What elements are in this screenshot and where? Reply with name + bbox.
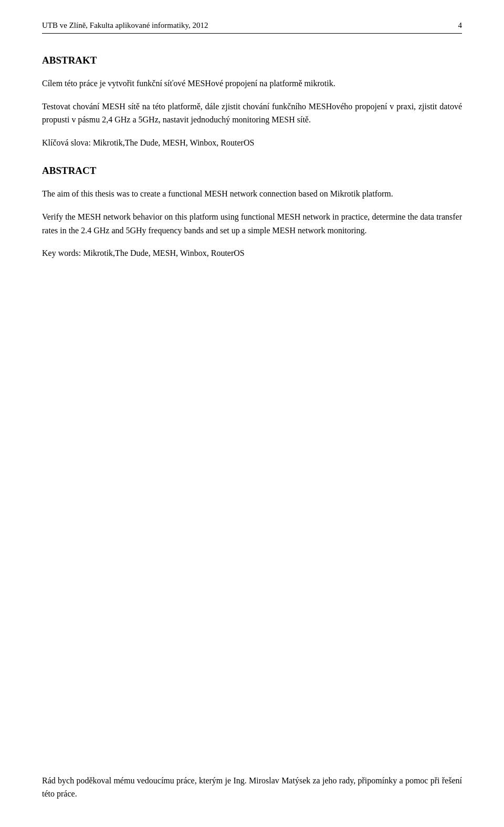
abstrakt-paragraph2: Testovat chování MESH sítě na této platf… bbox=[42, 100, 462, 127]
abstrakt-section: ABSTRAKT Cílem této práce je vytvořit fu… bbox=[42, 55, 462, 149]
footer-text: Rád bych poděkoval mému vedoucímu práce,… bbox=[42, 774, 462, 801]
page-header: UTB ve Zlíně, Fakulta aplikované informa… bbox=[42, 21, 462, 34]
abstrakt-heading: ABSTRAKT bbox=[42, 55, 462, 66]
abstract-paragraph2: Verify the MESH network behavior on this… bbox=[42, 210, 462, 237]
abstrakt-paragraph1: Cílem této práce je vytvořit funkční síť… bbox=[42, 77, 462, 90]
abstrakt-keywords: Klíčová slova: Mikrotik,The Dude, MESH, … bbox=[42, 136, 462, 150]
header-page-number: 4 bbox=[458, 21, 463, 30]
abstract-keywords-label: Key words: bbox=[42, 249, 83, 257]
abstract-heading: ABSTRACT bbox=[42, 165, 462, 177]
header-title: UTB ve Zlíně, Fakulta aplikované informa… bbox=[42, 21, 208, 30]
abstract-paragraph1: The aim of this thesis was to create a f… bbox=[42, 187, 462, 201]
abstract-section: ABSTRACT The aim of this thesis was to c… bbox=[42, 165, 462, 260]
footer-acknowledgement: Rád bych poděkoval mému vedoucímu práce,… bbox=[42, 774, 462, 801]
abstrakt-keywords-label: Klíčová slova: bbox=[42, 138, 93, 147]
abstract-keywords-value: Mikrotik,The Dude, MESH, Winbox, RouterO… bbox=[83, 249, 245, 257]
page: UTB ve Zlíně, Fakulta aplikované informa… bbox=[0, 0, 504, 827]
abstrakt-keywords-value: Mikrotik,The Dude, MESH, Winbox, RouterO… bbox=[93, 138, 255, 147]
abstract-keywords: Key words: Mikrotik,The Dude, MESH, Winb… bbox=[42, 246, 462, 260]
